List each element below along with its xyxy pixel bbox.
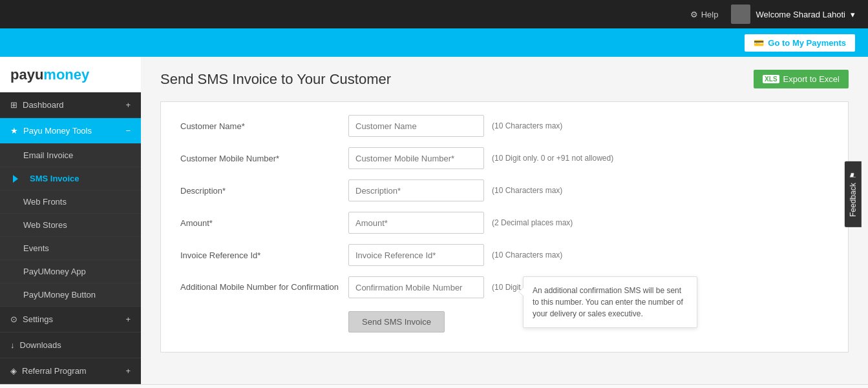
payumoney-button-label: PayUMoney Button bbox=[23, 290, 96, 300]
sidebar-item-settings[interactable]: Settings bbox=[0, 307, 141, 332]
sidebar-item-web-fronts[interactable]: Web Fronts bbox=[0, 190, 141, 214]
amount-row: Amount* (2 Decimal places max) bbox=[180, 212, 829, 234]
description-input[interactable] bbox=[348, 179, 484, 201]
plus-icon-referral bbox=[125, 366, 131, 376]
invoice-ref-input[interactable] bbox=[348, 244, 484, 266]
tooltip-box: An additional confirmation SMS will be s… bbox=[523, 276, 697, 328]
minus-icon bbox=[125, 126, 131, 136]
sidebar-tools-label: Payu Money Tools bbox=[23, 126, 92, 136]
customer-name-input[interactable] bbox=[348, 115, 484, 137]
sidebar-settings-label: Settings bbox=[23, 314, 53, 324]
additional-mobile-row: Additional Mobile Number for Confirmatio… bbox=[180, 276, 829, 298]
referral-icon bbox=[10, 366, 17, 376]
feedback-icon: ⚑ bbox=[849, 172, 858, 179]
top-nav: Help Welcome Sharad Lahoti ▾ bbox=[0, 0, 868, 28]
sidebar-item-payumoney-button[interactable]: PayUMoney Button bbox=[0, 283, 141, 307]
footer: Get to Know Us Home Faq For Seller Creat… bbox=[0, 384, 868, 388]
help-link[interactable]: Help bbox=[690, 10, 719, 19]
goto-payments-label: Go to My Payments bbox=[768, 38, 846, 48]
sidebar-item-dashboard[interactable]: Dashboard bbox=[0, 92, 141, 118]
sms-invoice-form: Customer Name* (10 Characters max) Custo… bbox=[160, 101, 849, 352]
additional-mobile-label: Additional Mobile Number for Confirmatio… bbox=[180, 281, 348, 293]
sidebar-item-referral[interactable]: Referral Program bbox=[0, 358, 141, 384]
events-label: Events bbox=[23, 243, 49, 253]
invoice-ref-row: Invoice Reference Id* (10 Characters max… bbox=[180, 244, 829, 266]
page-header: Send SMS Invoice to Your Customer XLS Ex… bbox=[160, 70, 849, 88]
sidebar-dashboard-label: Dashboard bbox=[23, 100, 64, 110]
main-layout: payumoney Dashboard Payu Money Tools Ema… bbox=[0, 57, 868, 384]
sidebar-sub-tools: Email Invoice SMS Invoice Web Fronts Web… bbox=[0, 144, 141, 307]
amount-input[interactable] bbox=[348, 212, 484, 234]
sms-invoice-label: SMS Invoice bbox=[30, 174, 79, 183]
dashboard-icon bbox=[10, 100, 17, 110]
tooltip-text: An additional confirmation SMS will be s… bbox=[533, 286, 683, 318]
email-invoice-label: Email Invoice bbox=[23, 150, 73, 160]
customer-mobile-hint: (10 Digit only. 0 or +91 not allowed) bbox=[492, 154, 613, 163]
customer-mobile-label: Customer Mobile Number* bbox=[180, 154, 348, 163]
plus-icon-settings bbox=[125, 314, 131, 324]
user-avatar bbox=[731, 5, 750, 24]
amount-hint: (2 Decimal places max) bbox=[492, 218, 573, 227]
customer-mobile-input[interactable] bbox=[348, 147, 484, 169]
description-label: Description* bbox=[180, 186, 348, 196]
welcome-text: Welcome Sharad Lahoti bbox=[756, 10, 845, 19]
invoice-ref-hint: (10 Characters max) bbox=[492, 250, 562, 260]
payumoney-app-label: PayUMoney App bbox=[23, 267, 86, 276]
tooltip-arrow bbox=[518, 287, 524, 296]
description-row: Description* (10 Characters max) bbox=[180, 179, 829, 201]
send-button-label: Send SMS Invoice bbox=[362, 317, 431, 327]
customer-name-hint: (10 Characters max) bbox=[492, 121, 562, 130]
sidebar-downloads-label: Downloads bbox=[20, 340, 61, 350]
sidebar-referral-label: Referral Program bbox=[22, 366, 87, 376]
feedback-label: Feedback bbox=[849, 183, 858, 217]
export-label: Export to Excel bbox=[783, 74, 840, 84]
logo[interactable]: payumoney bbox=[0, 57, 141, 92]
sidebar-item-email-invoice[interactable]: Email Invoice bbox=[0, 144, 141, 167]
sidebar-item-sms-invoice[interactable]: SMS Invoice bbox=[0, 167, 141, 190]
downloads-icon bbox=[10, 340, 15, 350]
feedback-tab[interactable]: Feedback ⚑ bbox=[845, 161, 862, 227]
export-to-excel-button[interactable]: XLS Export to Excel bbox=[754, 70, 849, 88]
wallet-icon: 💳 bbox=[754, 38, 764, 48]
sidebar-item-downloads[interactable]: Downloads bbox=[0, 332, 141, 358]
user-menu[interactable]: Welcome Sharad Lahoti ▾ bbox=[731, 5, 855, 24]
customer-name-row: Customer Name* (10 Characters max) bbox=[180, 115, 829, 137]
sidebar-item-payumoney-app[interactable]: PayUMoney App bbox=[0, 260, 141, 283]
send-sms-invoice-button[interactable]: Send SMS Invoice bbox=[348, 311, 445, 332]
sidebar-item-web-stores[interactable]: Web Stores bbox=[0, 214, 141, 237]
customer-mobile-row: Customer Mobile Number* (10 Digit only. … bbox=[180, 147, 829, 169]
web-fronts-label: Web Fronts bbox=[23, 197, 67, 207]
plus-icon bbox=[125, 100, 131, 110]
chevron-down-icon: ▾ bbox=[851, 10, 855, 19]
logo-payu: payu bbox=[10, 66, 43, 83]
invoice-ref-label: Invoice Reference Id* bbox=[180, 250, 348, 260]
amount-label: Amount* bbox=[180, 218, 348, 228]
main-content: Send SMS Invoice to Your Customer XLS Ex… bbox=[141, 57, 868, 384]
additional-mobile-input[interactable] bbox=[348, 276, 484, 298]
web-stores-label: Web Stores bbox=[23, 220, 67, 230]
blue-bar: 💳 Go to My Payments bbox=[0, 28, 868, 57]
xls-badge: XLS bbox=[763, 75, 779, 83]
settings-icon bbox=[10, 314, 17, 324]
sidebar-item-payu-money-tools[interactable]: Payu Money Tools bbox=[0, 118, 141, 144]
description-hint: (10 Characters max) bbox=[492, 186, 562, 195]
sidebar: payumoney Dashboard Payu Money Tools Ema… bbox=[0, 57, 141, 384]
help-label: Help bbox=[701, 10, 719, 19]
goto-payments-button[interactable]: 💳 Go to My Payments bbox=[745, 34, 855, 52]
tools-icon bbox=[10, 126, 18, 136]
customer-name-label: Customer Name* bbox=[180, 121, 348, 131]
sidebar-item-events[interactable]: Events bbox=[0, 237, 141, 260]
gear-icon bbox=[690, 10, 698, 19]
page-title: Send SMS Invoice to Your Customer bbox=[160, 71, 391, 88]
logo-money: money bbox=[43, 66, 89, 83]
